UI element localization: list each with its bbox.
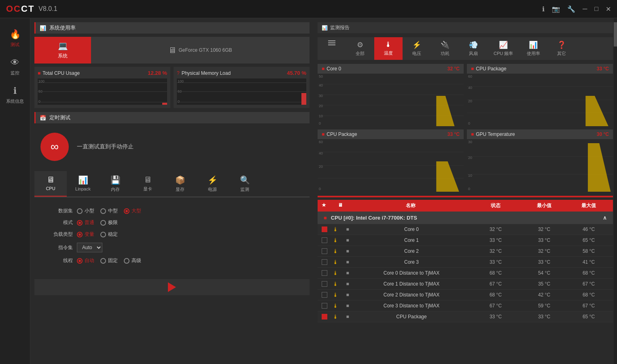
chart-cpupkg: ■ CPU Package 33 °C 60 40 20 0: [467, 64, 613, 126]
chart-cpupkg-title: ■ CPU Package: [471, 66, 507, 72]
row-temp-icon-core0: 🌡: [331, 226, 339, 233]
thread-advanced[interactable]: 高级: [124, 257, 141, 264]
row-min-c0tj: 54 °C: [524, 270, 564, 276]
gpu1-tab-icon: 🖥: [144, 175, 152, 184]
cpu-usage-card: ■ Total CPU Usage 12.28 % 100 50 0: [34, 67, 170, 108]
timer-test-section: 📅 定时测试 ∞ 一直测试直到手动停止: [34, 112, 310, 167]
app-logo: OCCT: [6, 4, 34, 14]
monitor-tabs: ⚙ 全部 🌡 温度 ⚡ 电压 🔌 功耗 💨 风扇 📈 CPU 频率: [318, 37, 613, 60]
row-checkbox-c1tj[interactable]: [322, 281, 327, 287]
chart-cpupkg-area: 60 40 20 0: [467, 74, 613, 126]
collapse-icon[interactable]: ∧: [603, 215, 607, 221]
thread-auto-radio: [77, 258, 83, 264]
row-checkbox-core1[interactable]: [322, 237, 327, 243]
monitor-tab-voltage[interactable]: ⚡ 电压: [403, 37, 431, 60]
wrench-icon[interactable]: 🔧: [567, 5, 575, 13]
thread-auto[interactable]: 自动: [77, 257, 94, 264]
tab-linpack[interactable]: 📊 Linpack: [67, 171, 99, 197]
restore-icon[interactable]: □: [594, 5, 598, 13]
row-max-c1tj: 67 °C: [568, 281, 609, 287]
row-status-c3tj: 67 °C: [471, 303, 520, 309]
table-col-min: 最小值: [524, 202, 564, 209]
load-stable-label: 稳定: [108, 231, 118, 238]
tab-gpu1[interactable]: 🖥 显卡: [131, 171, 164, 197]
monitor-tab-usage[interactable]: 📊 使用率: [519, 37, 547, 60]
chart-cpupkg2-svg: [318, 139, 464, 192]
minimize-icon[interactable]: ─: [583, 5, 587, 13]
timer-content: ∞ 一直测试直到手动停止: [34, 127, 310, 167]
power-tab-icon: 🔌: [441, 40, 449, 49]
core0-y-40: 40: [319, 83, 323, 87]
row-checkbox-c2tj[interactable]: [322, 292, 327, 298]
sidebar-item-test[interactable]: 🔥 测试: [0, 24, 30, 53]
tab-cpu[interactable]: 🖥 CPU: [34, 171, 67, 197]
dataset-large[interactable]: 大型: [124, 207, 141, 214]
chart-core0: ■ Core 0 32 °C 50 40 30: [318, 64, 464, 126]
tab-monitor2[interactable]: 🔍 监测: [229, 171, 261, 197]
dataset-medium[interactable]: 中型: [100, 207, 118, 214]
scrollbar[interactable]: [614, 18, 617, 364]
load-variable[interactable]: 变量: [77, 231, 94, 238]
mode-extreme[interactable]: 极限: [100, 219, 118, 226]
row-name-core2: Core 2: [356, 248, 467, 254]
svg-marker-15: [588, 143, 611, 192]
gpu2-tab-icon: 📦: [175, 175, 185, 185]
sidebar: 🔥 测试 👁 监控 ℹ 系统信息: [0, 18, 30, 364]
monitor-tab-power[interactable]: 🔌 功耗: [431, 37, 459, 60]
monitor-tab-temp[interactable]: 🌡 温度: [374, 37, 403, 60]
load-stable[interactable]: 稳定: [100, 231, 118, 238]
sidebar-item-sysinfo[interactable]: ℹ 系统信息: [0, 81, 30, 109]
timer-test-title: 定时测试: [49, 114, 70, 121]
row-checkbox-core3[interactable]: [322, 259, 327, 265]
start-button[interactable]: [34, 279, 310, 295]
hamburger-icon: [328, 40, 335, 45]
row-checkbox-core2[interactable]: [322, 248, 327, 254]
camera-icon[interactable]: 📷: [552, 5, 560, 13]
monitor-tab-other[interactable]: ❓ 其它: [547, 37, 576, 60]
table-row: 🌡 ■ Core 1 Distance to TjMAX 67 °C 35 °C…: [318, 279, 613, 290]
row-max-cpupkg: 65 °C: [568, 314, 609, 320]
row-screen-icon-c1tj: ■: [343, 281, 352, 287]
tab-memory[interactable]: 💾 内存: [99, 171, 131, 197]
tab-power[interactable]: ⚡ 电源: [196, 171, 229, 197]
usage-icon: 📊: [40, 25, 46, 31]
system-tab[interactable]: 💻 系统: [34, 37, 91, 63]
left-panel: 📊 系统使用率 💻 系统 🖥 GeForce GTX 1060 6GB: [30, 18, 314, 364]
svg-marker-4: [436, 96, 454, 126]
cpupkg-y-20: 20: [468, 99, 472, 103]
row-screen-icon-core0: ■: [343, 226, 352, 232]
thread-fixed[interactable]: 固定: [100, 257, 118, 264]
table-col-screen: 🖥: [338, 202, 350, 209]
monitor-tab-cpufreq[interactable]: 📈 CPU 频率: [488, 37, 519, 60]
tab-gpu2[interactable]: 📦 显存: [164, 171, 196, 197]
timer-circle[interactable]: ∞: [40, 133, 69, 161]
memory-load-card: ? Physical Memory Load 45.70 % 100 50 0: [174, 67, 310, 108]
row-status-core3: 33 °C: [471, 259, 520, 265]
row-name-c0tj: Core 0 Distance to TjMAX: [356, 270, 467, 276]
row-temp-icon-c0tj: 🌡: [331, 270, 339, 276]
row-status-c1tj: 67 °C: [471, 281, 520, 287]
usage-tab-icon: 📊: [529, 40, 538, 49]
memory-load-value: 45.70 %: [287, 70, 306, 76]
row-checkbox-c3tj[interactable]: [322, 303, 327, 309]
monitor-tab-all[interactable]: ⚙ 全部: [346, 37, 374, 60]
row-checkbox-cpupkg[interactable]: [322, 314, 327, 320]
gpu-tab[interactable]: 🖥 GeForce GTX 1060 6GB: [91, 37, 310, 63]
mode-normal[interactable]: 普通: [77, 219, 94, 226]
svg-marker-8: [585, 96, 608, 126]
monitor-tab-hamburger[interactable]: [318, 37, 346, 60]
power-tab-icon: ⚡: [208, 175, 218, 185]
titlebar-controls: ℹ 📷 🔧 ─ □ ✕: [542, 5, 611, 13]
cpu-tab-label: CPU: [46, 186, 55, 191]
gpu1-tab-label: 显卡: [143, 186, 152, 192]
row-checkbox-c0tj[interactable]: [322, 270, 327, 276]
gputemp-y-10: 10: [468, 174, 472, 178]
monitor-tab-fan[interactable]: 💨 风扇: [459, 37, 488, 60]
instruction-select[interactable]: Auto: [77, 243, 102, 252]
info-icon[interactable]: ℹ: [542, 5, 545, 13]
row-status-c0tj: 68 °C: [471, 270, 520, 276]
close-icon[interactable]: ✕: [606, 5, 611, 13]
sidebar-item-monitor[interactable]: 👁 监控: [0, 53, 30, 81]
row-checkbox-core0[interactable]: [322, 226, 327, 232]
dataset-small[interactable]: 小型: [77, 207, 94, 214]
